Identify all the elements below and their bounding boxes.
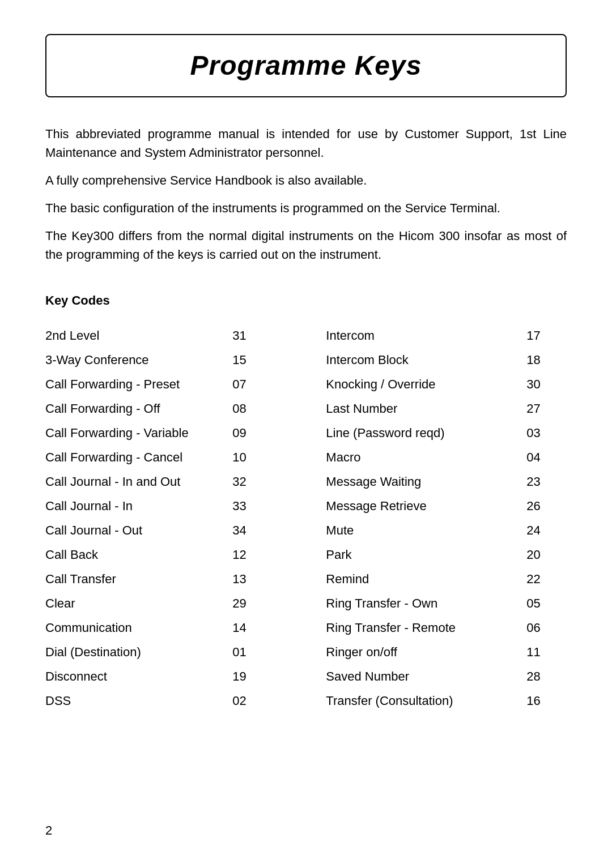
key-code-right: 28 xyxy=(526,664,567,689)
key-code-left: 29 xyxy=(232,591,286,615)
key-code-right: 30 xyxy=(526,372,567,396)
key-name-left: DSS xyxy=(45,689,232,713)
key-name-right: Message Retrieve xyxy=(326,494,526,518)
key-name-left: Communication xyxy=(45,615,232,640)
spacer xyxy=(286,518,326,542)
key-name-left: Call Forwarding - Off xyxy=(45,396,232,421)
intro-para1: This abbreviated programme manual is int… xyxy=(45,125,567,162)
key-code-right: 17 xyxy=(526,323,567,348)
key-code-right: 20 xyxy=(526,542,567,567)
key-name-right: Intercom Block xyxy=(326,348,526,372)
key-code-right: 24 xyxy=(526,518,567,542)
spacer xyxy=(286,445,326,469)
table-row: Communication14Ring Transfer - Remote06 xyxy=(45,615,567,640)
page-title: Programme Keys xyxy=(69,45,543,86)
key-name-left: Call Journal - Out xyxy=(45,518,232,542)
key-name-right: Saved Number xyxy=(326,664,526,689)
key-code-left: 31 xyxy=(232,323,286,348)
table-row: Call Transfer13Remind22 xyxy=(45,567,567,591)
key-code-right: 26 xyxy=(526,494,567,518)
table-row: 3-Way Conference15Intercom Block18 xyxy=(45,348,567,372)
key-code-left: 02 xyxy=(232,689,286,713)
key-name-left: Call Forwarding - Cancel xyxy=(45,445,232,469)
spacer xyxy=(286,469,326,494)
key-code-right: 23 xyxy=(526,469,567,494)
key-name-right: Transfer (Consultation) xyxy=(326,689,526,713)
key-code-left: 01 xyxy=(232,640,286,664)
key-code-left: 13 xyxy=(232,567,286,591)
key-name-left: Call Journal - In xyxy=(45,494,232,518)
spacer xyxy=(286,494,326,518)
key-name-right: Mute xyxy=(326,518,526,542)
spacer xyxy=(286,567,326,591)
key-name-left: 2nd Level xyxy=(45,323,232,348)
table-row: Dial (Destination)01Ringer on/off11 xyxy=(45,640,567,664)
spacer xyxy=(286,615,326,640)
table-row: Clear29Ring Transfer - Own05 xyxy=(45,591,567,615)
key-code-right: 11 xyxy=(526,640,567,664)
key-code-left: 09 xyxy=(232,421,286,445)
key-name-left: 3-Way Conference xyxy=(45,348,232,372)
key-code-right: 16 xyxy=(526,689,567,713)
key-name-left: Clear xyxy=(45,591,232,615)
table-row: Call Journal - In and Out32Message Waiti… xyxy=(45,469,567,494)
spacer xyxy=(286,689,326,713)
key-code-left: 08 xyxy=(232,396,286,421)
key-name-right: Ring Transfer - Remote xyxy=(326,615,526,640)
key-name-right: Last Number xyxy=(326,396,526,421)
table-row: DSS02Transfer (Consultation)16 xyxy=(45,689,567,713)
key-code-left: 10 xyxy=(232,445,286,469)
table-row: Call Back12Park20 xyxy=(45,542,567,567)
key-code-left: 19 xyxy=(232,664,286,689)
key-name-right: Macro xyxy=(326,445,526,469)
key-code-right: 06 xyxy=(526,615,567,640)
spacer xyxy=(286,348,326,372)
key-name-right: Line (Password reqd) xyxy=(326,421,526,445)
table-row: Call Forwarding - Off08Last Number27 xyxy=(45,396,567,421)
table-row: Disconnect19Saved Number28 xyxy=(45,664,567,689)
key-code-left: 07 xyxy=(232,372,286,396)
table-row: 2nd Level31Intercom17 xyxy=(45,323,567,348)
key-name-left: Call Forwarding - Preset xyxy=(45,372,232,396)
key-code-left: 15 xyxy=(232,348,286,372)
table-row: Call Forwarding - Preset07Knocking / Ove… xyxy=(45,372,567,396)
intro-para4: The Key300 differs from the normal digit… xyxy=(45,226,567,264)
intro-section: This abbreviated programme manual is int… xyxy=(45,125,567,264)
spacer xyxy=(286,372,326,396)
key-name-left: Call Transfer xyxy=(45,567,232,591)
key-code-right: 18 xyxy=(526,348,567,372)
key-name-right: Message Waiting xyxy=(326,469,526,494)
key-code-right: 04 xyxy=(526,445,567,469)
spacer xyxy=(286,591,326,615)
key-name-right: Remind xyxy=(326,567,526,591)
key-code-left: 34 xyxy=(232,518,286,542)
key-codes-heading: Key Codes xyxy=(45,291,567,310)
key-codes-section: Key Codes 2nd Level31Intercom173-Way Con… xyxy=(45,291,567,713)
intro-para3: The basic configuration of the instrumen… xyxy=(45,199,567,217)
spacer xyxy=(286,640,326,664)
table-row: Call Journal - Out34Mute24 xyxy=(45,518,567,542)
key-code-right: 05 xyxy=(526,591,567,615)
key-code-left: 33 xyxy=(232,494,286,518)
key-name-left: Disconnect xyxy=(45,664,232,689)
spacer xyxy=(286,396,326,421)
key-code-right: 22 xyxy=(526,567,567,591)
key-name-right: Ringer on/off xyxy=(326,640,526,664)
key-codes-table: 2nd Level31Intercom173-Way Conference15I… xyxy=(45,323,567,713)
table-row: Call Forwarding - Variable09Line (Passwo… xyxy=(45,421,567,445)
key-code-right: 03 xyxy=(526,421,567,445)
intro-para2: A fully comprehensive Service Handbook i… xyxy=(45,171,567,190)
key-code-left: 14 xyxy=(232,615,286,640)
key-name-left: Call Back xyxy=(45,542,232,567)
key-name-left: Dial (Destination) xyxy=(45,640,232,664)
table-row: Call Journal - In33Message Retrieve26 xyxy=(45,494,567,518)
spacer xyxy=(286,664,326,689)
key-name-right: Knocking / Override xyxy=(326,372,526,396)
table-row: Call Forwarding - Cancel10Macro04 xyxy=(45,445,567,469)
key-code-left: 32 xyxy=(232,469,286,494)
key-name-right: Ring Transfer - Own xyxy=(326,591,526,615)
key-code-left: 12 xyxy=(232,542,286,567)
key-code-right: 27 xyxy=(526,396,567,421)
title-box: Programme Keys xyxy=(45,34,567,97)
spacer xyxy=(286,421,326,445)
